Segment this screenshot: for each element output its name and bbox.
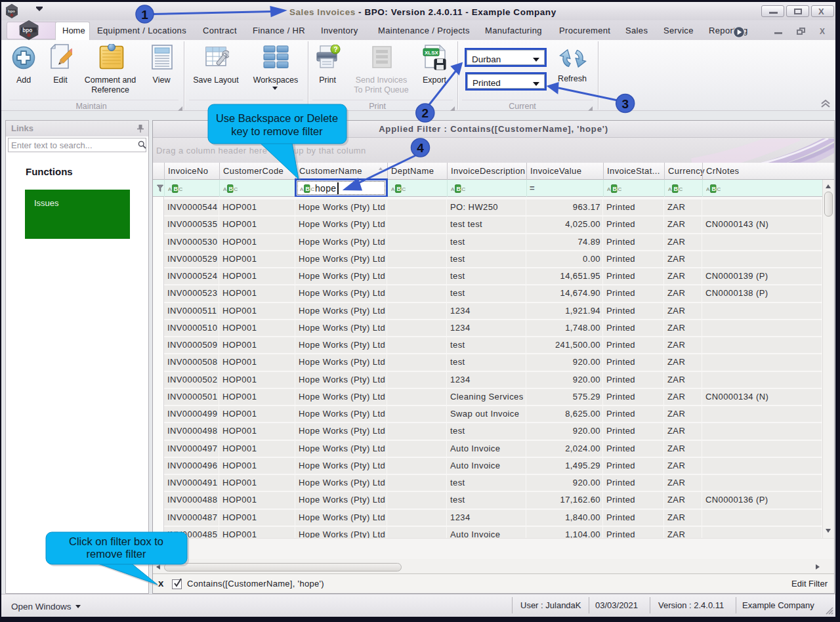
- svg-text:key to remove filter: key to remove filter: [231, 125, 323, 137]
- svg-text:3: 3: [621, 97, 629, 111]
- svg-text:Click on filter box to: Click on filter box to: [69, 535, 163, 547]
- svg-text:1: 1: [141, 8, 148, 22]
- svg-text:4: 4: [417, 141, 424, 155]
- svg-text:Use Backspace or Delete: Use Backspace or Delete: [216, 112, 338, 124]
- svg-text:remove filter: remove filter: [87, 548, 146, 560]
- svg-text:2: 2: [422, 106, 429, 120]
